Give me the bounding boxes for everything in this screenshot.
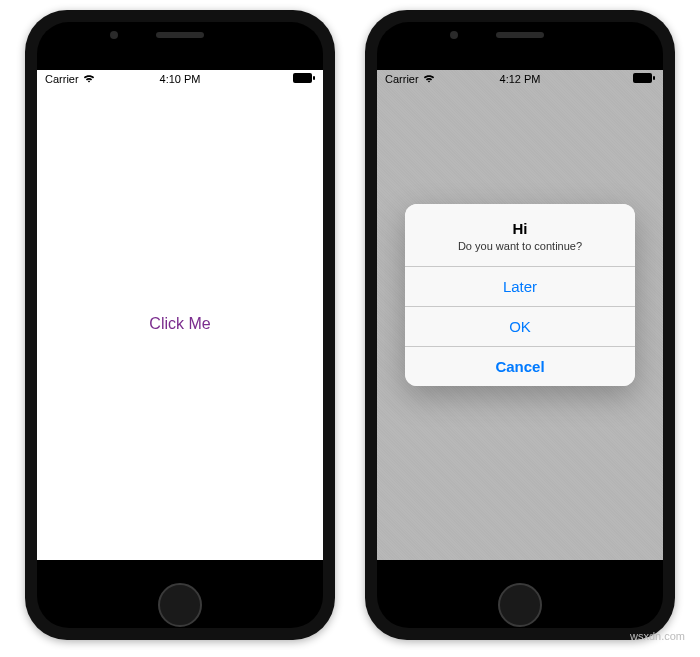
status-right [293,73,315,85]
status-time: 4:10 PM [160,73,201,85]
status-left: Carrier [45,73,95,85]
click-me-button[interactable]: Click Me [149,315,210,333]
phone-speaker [156,32,204,38]
status-bar: Carrier 4:10 PM [37,70,323,88]
alert-title: Hi [417,220,623,237]
alert-dialog: Hi Do you want to continue? Later OK Can… [405,204,635,386]
svg-rect-0 [293,73,312,83]
battery-icon [293,73,315,85]
alert-header: Hi Do you want to continue? [405,204,635,266]
home-button[interactable] [498,583,542,627]
phone-frame-left: Carrier 4:10 PM Click Me [25,10,335,640]
phone-camera [110,31,118,39]
alert-ok-button[interactable]: OK [405,306,635,346]
phone-speaker [496,32,544,38]
phone-frame-right: Carrier 4:12 PM Hi Do you want to con [365,10,675,640]
phone-screen-dimmed: Carrier 4:12 PM Hi Do you want to con [377,70,663,560]
alert-backdrop: Hi Do you want to continue? Later OK Can… [377,70,663,560]
phone-inner: Carrier 4:10 PM Click Me [37,22,323,628]
alert-message: Do you want to continue? [417,240,623,252]
content-area: Click Me [37,88,323,560]
watermark: wsxdn.com [630,630,685,642]
wifi-icon [83,73,95,85]
home-button[interactable] [158,583,202,627]
phone-camera [450,31,458,39]
alert-later-button[interactable]: Later [405,266,635,306]
phone-screen: Carrier 4:10 PM Click Me [37,70,323,560]
alert-cancel-button[interactable]: Cancel [405,346,635,386]
carrier-label: Carrier [45,73,79,85]
svg-rect-1 [313,76,315,80]
phone-inner: Carrier 4:12 PM Hi Do you want to con [377,22,663,628]
